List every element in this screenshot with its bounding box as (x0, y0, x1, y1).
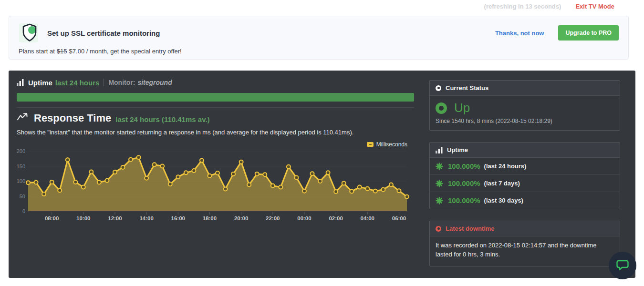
uptime-row-7d: 100.000% (last 7 days) (430, 175, 620, 192)
burst-icon (436, 197, 443, 204)
latest-downtime-text: It was recorded on 2022-08-15 02:14:57 a… (430, 236, 620, 266)
svg-text:50: 50 (20, 194, 25, 199)
svg-text:14:00: 14:00 (139, 215, 153, 221)
svg-text:00:00: 00:00 (297, 215, 311, 221)
current-status-title: Current Status (446, 84, 488, 92)
svg-text:04:00: 04:00 (361, 215, 374, 221)
svg-text:100: 100 (17, 178, 25, 184)
uptime-period: (last 24 hours) (484, 163, 527, 170)
chat-icon (615, 259, 630, 272)
ssl-banner-top: Set up SSL certificate monitoring Thanks… (19, 22, 619, 44)
up-status-icon (436, 102, 447, 114)
topbar: (refreshing in 13 seconds) Exit TV Mode (484, 3, 614, 10)
current-status-header: Current Status (430, 81, 620, 96)
status-dot-icon (436, 85, 441, 91)
line-chart-icon (17, 112, 29, 124)
monitor-label: Monitor: (108, 79, 135, 86)
latest-downtime-box: Latest downtime It was recorded on 2022-… (429, 221, 620, 266)
exit-tv-mode-link[interactable]: Exit TV Mode (575, 3, 614, 10)
offer-text: $7.00 / month, get the special entry off… (69, 48, 182, 55)
ssl-banner: Set up SSL certificate monitoring Thanks… (9, 16, 629, 60)
uptime-range: last 24 hours (55, 79, 100, 87)
sidebar: Current Status Up Since 1540 hrs, 8 mins… (429, 80, 620, 278)
svg-text:22:00: 22:00 (266, 215, 280, 221)
svg-text:06:00: 06:00 (392, 215, 406, 221)
divider (104, 79, 104, 86)
subtitle-prefix: Plans start at (19, 48, 55, 55)
uptime-value: 100.000% (448, 196, 480, 204)
svg-text:10:00: 10:00 (76, 215, 90, 221)
uptime-period: (last 7 days) (484, 180, 520, 187)
svg-text:200: 200 (17, 149, 25, 154)
svg-text:02:00: 02:00 (329, 215, 343, 221)
uptime-row-30d: 100.000% (last 30 days) (430, 192, 620, 209)
bar-chart-icon (17, 79, 24, 86)
refresh-countdown: (refreshing in 13 seconds) (484, 3, 561, 10)
ssl-banner-title: Set up SSL certificate monitoring (47, 29, 160, 37)
uptime-value: 100.000% (448, 162, 480, 170)
uptime-row-24h: 100.000% (last 24 hours) (430, 158, 620, 175)
burst-icon (436, 163, 443, 170)
monitor-panel-left: Uptime last 24 hours Monitor: siteground… (17, 77, 414, 278)
ssl-banner-subtitle: Plans start at$15$7.00 / month, get the … (19, 48, 619, 55)
old-price: $15 (57, 48, 67, 55)
shield-icon (19, 22, 41, 44)
response-time-range: last 24 hours (110.41ms av.) (115, 115, 209, 123)
response-time-title: Response Time (34, 112, 111, 124)
monitor-name: siteground (137, 79, 172, 86)
svg-text:08:00: 08:00 (45, 215, 59, 221)
bar-chart-icon (436, 147, 443, 153)
section-divider (17, 107, 414, 108)
status-since: Since 1540 hrs, 8 mins (2022-08-15 02:18… (436, 118, 614, 124)
svg-text:16:00: 16:00 (171, 215, 185, 221)
upgrade-to-pro-button[interactable]: Upgrade to PRO (558, 25, 619, 41)
svg-text:20:00: 20:00 (234, 215, 248, 221)
response-time-chart[interactable]: 05010015020008:0010:0012:0014:0016:0018:… (17, 149, 415, 223)
burst-icon (436, 180, 443, 187)
uptime-value: 100.000% (448, 179, 480, 187)
legend-label: Milliseconds (376, 141, 407, 148)
downtime-dot-icon (436, 226, 441, 232)
svg-text:0: 0 (22, 208, 25, 214)
monitor-panel: Uptime last 24 hours Monitor: siteground… (9, 71, 635, 278)
chart-legend: Milliseconds (17, 141, 407, 148)
current-status-body: Up Since 1540 hrs, 8 mins (2022-08-15 02… (430, 96, 620, 130)
uptime-box-title: Uptime (447, 146, 468, 153)
latest-downtime-title: Latest downtime (446, 225, 495, 232)
uptime-title: Uptime (28, 79, 52, 87)
dismiss-link[interactable]: Thanks, not now (495, 30, 544, 37)
response-time-header: Response Time last 24 hours (110.41ms av… (17, 112, 414, 124)
chat-widget-button[interactable] (609, 252, 636, 279)
latest-downtime-header: Latest downtime (430, 221, 620, 236)
legend-swatch-icon (367, 142, 374, 147)
uptime-box: Uptime 100.000% (last 24 hours) 100.000%… (429, 142, 620, 209)
response-time-description: Shows the "instant" that the monitor sta… (17, 129, 414, 136)
status-text: Up (454, 101, 470, 115)
uptime-bar-24h[interactable] (17, 93, 414, 102)
uptime-period: (last 30 days) (484, 197, 523, 204)
uptime-header: Uptime last 24 hours Monitor: siteground (17, 77, 414, 88)
uptime-box-header: Uptime (430, 143, 620, 158)
svg-text:12:00: 12:00 (108, 215, 122, 221)
svg-text:150: 150 (17, 163, 25, 169)
current-status-box: Current Status Up Since 1540 hrs, 8 mins… (429, 80, 620, 131)
svg-text:18:00: 18:00 (203, 215, 217, 221)
